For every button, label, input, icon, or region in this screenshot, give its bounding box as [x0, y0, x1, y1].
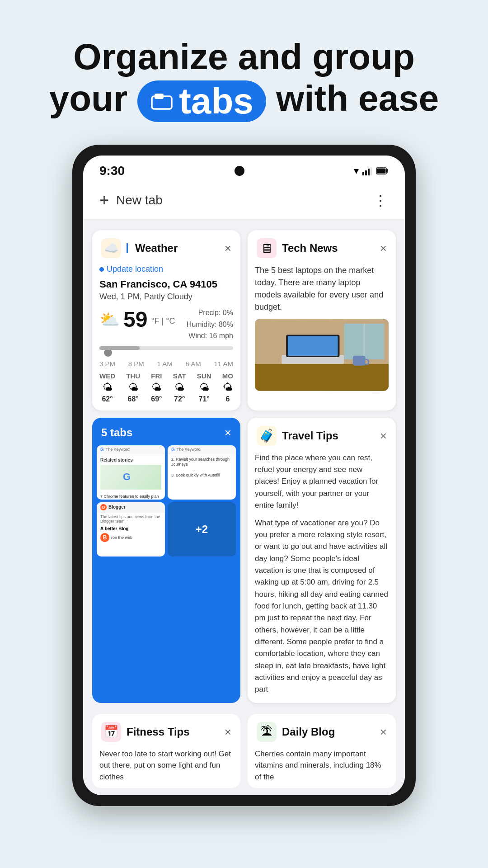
travel-tips-title: Travel Tips: [282, 429, 338, 442]
timeline-bar: [99, 346, 233, 350]
tech-news-text: The 5 best laptops on the market today. …: [255, 264, 389, 313]
travel-body: Find the place where you can rest, refue…: [248, 452, 396, 703]
menu-dots-icon[interactable]: ⋮: [373, 192, 389, 209]
five-tabs-label: 5 tabs: [101, 426, 132, 439]
svg-rect-10: [255, 364, 389, 391]
daily-blog-title: Daily Blog: [282, 726, 335, 738]
camera-dot: [235, 166, 244, 176]
signal-icon: [362, 166, 372, 176]
phone-frame: 9:30 ▾: [72, 145, 416, 806]
travel-tips-header: 🧳 Travel Tips ×: [248, 418, 396, 452]
weather-card[interactable]: ☁️ Weather × Update location San Francis…: [92, 230, 240, 410]
day-forecast-thu: THU 🌤 68°: [126, 372, 140, 403]
update-location[interactable]: Update location: [99, 264, 233, 274]
travel-tips-close-btn[interactable]: ×: [380, 430, 387, 442]
five-tabs-close-btn[interactable]: ×: [225, 426, 231, 440]
five-tabs-grid: G The Keyword Related stories G: [92, 445, 240, 561]
fitness-text: Never too late to start working out! Get…: [99, 750, 231, 781]
fitness-icon: 📅: [101, 722, 121, 742]
svg-rect-17: [353, 356, 366, 366]
new-tab-label: New tab: [116, 193, 163, 208]
tech-news-image: [255, 319, 389, 391]
fitness-header: 📅 Fitness Tips ×: [92, 714, 240, 748]
hero-section: Organize and group your tabs with ease: [0, 0, 488, 145]
mini-tab-blogger[interactable]: B Blogger The latest tips and news from …: [97, 502, 165, 557]
status-icons: ▾: [354, 165, 389, 177]
svg-rect-2: [362, 172, 364, 175]
blog-icon: 🏝: [257, 722, 277, 742]
svg-rect-16: [288, 336, 338, 356]
travel-tips-card[interactable]: 🧳 Travel Tips × Find the place where you…: [248, 418, 396, 703]
weather-temp-row: ⛅ 59 °F | °C Precip: 0% Humidity: 80% Wi…: [99, 307, 233, 342]
weather-location: San Francisco, CA 94105: [99, 278, 233, 290]
weather-card-body: Update location San Francisco, CA 94105 …: [92, 264, 240, 410]
blog-body: Cherries contain many important vitamins…: [248, 748, 396, 788]
update-dot: [99, 267, 104, 272]
phone-wrapper: 9:30 ▾: [0, 145, 488, 824]
travel-text-2: What type of vacationer are you? Do you …: [255, 517, 389, 696]
five-tabs-header: 5 tabs ×: [92, 418, 240, 445]
weather-stats: Precip: 0% Humidity: 80% Wind: 16 mph: [187, 307, 233, 342]
tech-news-icon: 🖥: [257, 238, 277, 258]
mini-tab-2[interactable]: G The Keyword 2. Revisit your searches t…: [168, 445, 236, 500]
mini-tab-1[interactable]: G The Keyword Related stories G: [97, 445, 165, 500]
status-bar: 9:30 ▾: [83, 156, 405, 184]
weather-indicator: [127, 243, 128, 253]
weather-timeline: 3 PM 8 PM 1 AM 6 AM 11 AM: [99, 346, 233, 368]
day-forecast-sat: SAT 🌤 72°: [173, 372, 186, 403]
day-forecast-wed: WED 🌤 62°: [99, 372, 115, 403]
fitness-close-btn[interactable]: ×: [225, 726, 231, 738]
phone-screen: 9:30 ▾: [83, 156, 405, 795]
fitness-tips-card[interactable]: 📅 Fitness Tips × Never too late to start…: [92, 714, 240, 788]
travel-text-1: Find the place where you can rest, refue…: [255, 452, 389, 512]
svg-rect-4: [368, 169, 370, 175]
weather-icon: ☁️: [101, 238, 121, 258]
tech-news-body: The 5 best laptops on the market today. …: [248, 264, 396, 398]
fitness-body: Never too late to start working out! Get…: [92, 748, 240, 788]
weather-title: Weather: [135, 242, 178, 255]
hero-title: Organize and group: [27, 36, 461, 78]
weather-close-btn[interactable]: ×: [225, 242, 231, 254]
svg-rect-8: [377, 169, 385, 174]
hero-pre: your: [49, 78, 127, 118]
svg-rect-3: [365, 170, 367, 175]
travel-icon: 🧳: [257, 426, 277, 446]
weather-card-header: ☁️ Weather ×: [92, 230, 240, 264]
google-logo-mini: G: [122, 470, 140, 484]
svg-rect-7: [386, 169, 388, 173]
wifi-icon: ▾: [354, 165, 359, 177]
daily-blog-card[interactable]: 🏝 Daily Blog × Cherries contain many imp…: [248, 714, 396, 788]
daily-blog-header: 🏝 Daily Blog ×: [248, 714, 396, 748]
hero-post: with ease: [276, 78, 439, 118]
tabs-highlight: tabs: [137, 80, 266, 122]
fitness-title: Fitness Tips: [127, 726, 190, 738]
tab-groups-grid: ☁️ Weather × Update location San Francis…: [83, 219, 405, 714]
tech-news-close-btn[interactable]: ×: [380, 242, 387, 254]
day-forecast-mon: MO 🌤 6: [222, 372, 233, 403]
battery-icon: [376, 167, 389, 175]
weekly-forecast: WED 🌤 62° THU 🌤 68° FRI 🌤: [99, 372, 233, 403]
weather-desc: Wed, 1 PM, Partly Cloudy: [99, 292, 233, 302]
mini-tab-plus[interactable]: +2: [168, 502, 236, 557]
blog-text: Cherries contain many important vitamins…: [255, 750, 381, 781]
chrome-bar: + New tab ⋮: [83, 184, 405, 219]
blogger-label: Blogger: [108, 505, 126, 509]
five-tabs-card[interactable]: 5 tabs × G The Keyword Related stories: [92, 418, 240, 703]
tech-news-card[interactable]: 🖥 Tech News × The 5 best laptops on the …: [248, 230, 396, 410]
svg-text:G: G: [123, 471, 131, 482]
weather-temp: 59: [123, 307, 147, 332]
blog-close-btn[interactable]: ×: [380, 726, 387, 738]
day-forecast-fri: FRI 🌤 69°: [151, 372, 162, 403]
svg-rect-1: [155, 94, 164, 99]
bottom-cards: 📅 Fitness Tips × Never too late to start…: [83, 714, 405, 796]
new-tab-btn[interactable]: + New tab: [99, 191, 163, 210]
timeline-times: 3 PM 8 PM 1 AM 6 AM 11 AM: [99, 360, 233, 368]
tech-news-title: Tech News: [282, 242, 338, 255]
tech-news-header: 🖥 Tech News ×: [248, 230, 396, 264]
status-time: 9:30: [99, 164, 125, 178]
plus-icon: +: [99, 191, 109, 210]
weather-emoji: ⛅: [99, 310, 120, 329]
svg-rect-5: [371, 167, 372, 175]
day-forecast-sun: SUN 🌤 71°: [197, 372, 211, 403]
laptop-illustration: [255, 319, 389, 391]
